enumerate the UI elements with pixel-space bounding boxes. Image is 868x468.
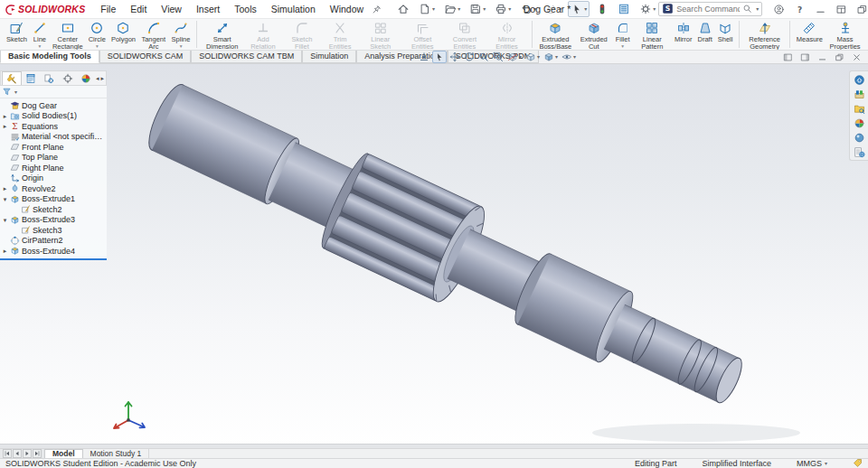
command-tab-basic-modeling-tools[interactable]: Basic Modeling Tools xyxy=(0,51,99,63)
ribbon-button-draft[interactable]: Draft xyxy=(694,19,714,50)
ribbon-button-fillet[interactable]: Fillet▾ xyxy=(613,19,633,50)
command-tab-solidworks-cam-tbm[interactable]: SOLIDWORKS CAM TBM xyxy=(191,51,302,63)
ribbon-button-polygon[interactable]: Polygon xyxy=(108,19,138,50)
rotate-view-button[interactable] xyxy=(463,51,476,62)
command-tab-solidworks-cam[interactable]: SOLIDWORKS CAM xyxy=(99,51,192,63)
feature-tree-filter[interactable]: ▾ xyxy=(0,86,107,98)
ribbon-button-smart-dimension[interactable]: Smart Dimension▾ xyxy=(201,19,243,50)
menu-window[interactable]: Window xyxy=(324,2,370,16)
dog-gear-model[interactable] xyxy=(136,65,759,431)
tree-item-revolve2[interactable]: ▸Revolve2 xyxy=(0,183,107,194)
appearances-scenes-button[interactable] xyxy=(850,130,868,145)
tree-item-front-plane[interactable]: Front Plane xyxy=(0,142,107,153)
help-button[interactable]: ? xyxy=(792,2,807,17)
study-nav-first-button[interactable] xyxy=(3,449,12,458)
ribbon-button-mass-properties[interactable]: Mass Properties xyxy=(826,19,864,50)
pin-menu-button[interactable] xyxy=(372,5,382,14)
search-input[interactable] xyxy=(676,5,740,14)
ribbon-button-sketch-fillet[interactable]: Sketch Fillet▾ xyxy=(283,19,321,50)
tab-motion-study-1[interactable]: Motion Study 1 xyxy=(83,449,150,458)
doc-pane-right-button[interactable] xyxy=(798,51,812,64)
print-button[interactable]: ▾ xyxy=(492,1,514,17)
units-selector[interactable]: MMGS ▾ xyxy=(797,459,827,468)
ribbon-button-spline[interactable]: Spline▾ xyxy=(169,19,193,50)
ribbon-button-linear-pattern[interactable]: Linear Pattern▾ xyxy=(633,19,672,50)
rebuild-button[interactable] xyxy=(593,1,611,17)
tree-item-solid-bodies-1[interactable]: ▸Solid Bodies(1) xyxy=(0,111,107,122)
view-palette-button[interactable] xyxy=(850,116,868,130)
expander-icon[interactable]: ▸ xyxy=(2,123,8,129)
ribbon-button-offset-entities[interactable]: Offset Entities xyxy=(401,19,444,50)
pan-button[interactable] xyxy=(448,51,461,62)
ribbon-button-circle[interactable]: Circle▾ xyxy=(86,19,108,50)
dimxpertmanager-tab[interactable] xyxy=(59,71,77,85)
ribbon-button-tangent-arc[interactable]: Tangent Arc▾ xyxy=(138,19,169,50)
search-magnifier-slot[interactable] xyxy=(742,4,752,15)
ribbon-button-extruded-boss-base[interactable]: Extruded Boss/Base xyxy=(536,19,575,50)
tree-item-boss-extrude4[interactable]: ▸Boss-Extrude4 xyxy=(0,246,107,257)
ribbon-button-extruded-cut[interactable]: Extruded Cut▾ xyxy=(575,19,613,50)
ribbon-button-add-relation[interactable]: Add Relation xyxy=(243,19,283,50)
tab-model[interactable]: Model xyxy=(44,449,83,458)
options-button[interactable]: ▾ xyxy=(637,1,658,17)
section-view-button[interactable]: ▾ xyxy=(506,51,523,62)
tree-item-sketch3[interactable]: Sketch3 xyxy=(0,225,107,236)
ribbon-button-sketch[interactable]: Sketch xyxy=(4,19,30,50)
menu-simulation[interactable]: Simulation xyxy=(265,2,322,16)
window-layout-button[interactable] xyxy=(834,2,849,17)
doc-minimize-button[interactable] xyxy=(816,51,829,64)
tags-button[interactable] xyxy=(853,458,863,468)
expander-icon[interactable]: ▸ xyxy=(2,185,8,192)
custom-properties-button[interactable] xyxy=(850,145,868,159)
ribbon-button-line[interactable]: Line▾ xyxy=(30,19,50,50)
hide-show-items-button[interactable]: ▾ xyxy=(561,51,577,62)
menu-insert[interactable]: Insert xyxy=(190,2,226,16)
search-caret-icon[interactable]: ▾ xyxy=(756,6,759,12)
study-nav-prev-button[interactable] xyxy=(13,449,22,458)
ribbon-button-shell[interactable]: Shell xyxy=(715,19,736,50)
zoom-to-fit-button[interactable] xyxy=(418,51,430,62)
expander-icon[interactable]: ▸ xyxy=(2,248,8,254)
restore-button[interactable] xyxy=(854,2,868,17)
tree-item-equations[interactable]: ▸ΣEquations xyxy=(0,121,107,132)
view-orientation-button[interactable]: ▾ xyxy=(524,51,541,62)
display-style-button[interactable]: ▾ xyxy=(542,51,559,62)
rollback-bar[interactable] xyxy=(0,258,107,260)
user-login-button[interactable] xyxy=(771,2,787,17)
tab-scroll-right-icon[interactable]: ▸ xyxy=(99,75,105,82)
tree-item-dog-gear[interactable]: Dog Gear xyxy=(0,100,107,111)
ribbon-button-mirror[interactable]: Mirror xyxy=(672,19,695,50)
study-nav-last-button[interactable] xyxy=(33,449,42,458)
zoom-in-out-button[interactable] xyxy=(477,51,490,62)
study-nav-next-button[interactable] xyxy=(23,449,32,458)
doc-pane-left-button[interactable] xyxy=(781,51,795,64)
displaymanager-tab[interactable] xyxy=(77,71,95,85)
command-tab-simulation[interactable]: Simulation xyxy=(302,51,356,63)
tree-item-material-not-specified[interactable]: Material <not specified> xyxy=(0,132,107,143)
save-button[interactable]: ▾ xyxy=(467,1,488,17)
home-button[interactable] xyxy=(394,1,412,17)
new-document-button[interactable]: ▾ xyxy=(416,1,438,17)
ribbon-button-measure[interactable]: Measure xyxy=(794,19,826,50)
select-button[interactable] xyxy=(432,51,447,63)
configurationmanager-tab[interactable] xyxy=(40,71,58,85)
search-commands-box[interactable]: S ▾ xyxy=(658,2,762,16)
ribbon-button-mirror-entities[interactable]: Mirror Entities xyxy=(486,19,528,50)
ribbon-button-trim-entities[interactable]: Trim Entities xyxy=(321,19,360,50)
undo-button[interactable]: ▾ xyxy=(517,1,539,17)
ribbon-button-linear-sketch-pattern[interactable]: Linear Sketch Pattern▾ xyxy=(359,19,401,50)
zoom-to-area-button[interactable] xyxy=(492,51,505,62)
tree-item-boss-extrude1[interactable]: ▾Boss-Extrude1 xyxy=(0,194,107,205)
tree-item-cirpattern2[interactable]: CirPattern2 xyxy=(0,236,107,247)
menu-view[interactable]: View xyxy=(155,2,188,16)
redo-button[interactable]: ▾ xyxy=(542,1,564,17)
ribbon-button-convert-entities[interactable]: Convert Entities xyxy=(444,19,486,50)
tree-item-sketch2[interactable]: Sketch2 xyxy=(0,204,107,215)
select-button[interactable]: ▾ xyxy=(568,1,590,17)
file-properties-button[interactable] xyxy=(615,1,633,17)
expander-icon[interactable]: ▸ xyxy=(2,113,8,119)
featuremanager-tree-tab[interactable] xyxy=(2,71,22,85)
open-button[interactable]: ▾ xyxy=(441,1,463,17)
menu-tools[interactable]: Tools xyxy=(228,2,263,16)
minimize-button[interactable] xyxy=(813,2,828,17)
